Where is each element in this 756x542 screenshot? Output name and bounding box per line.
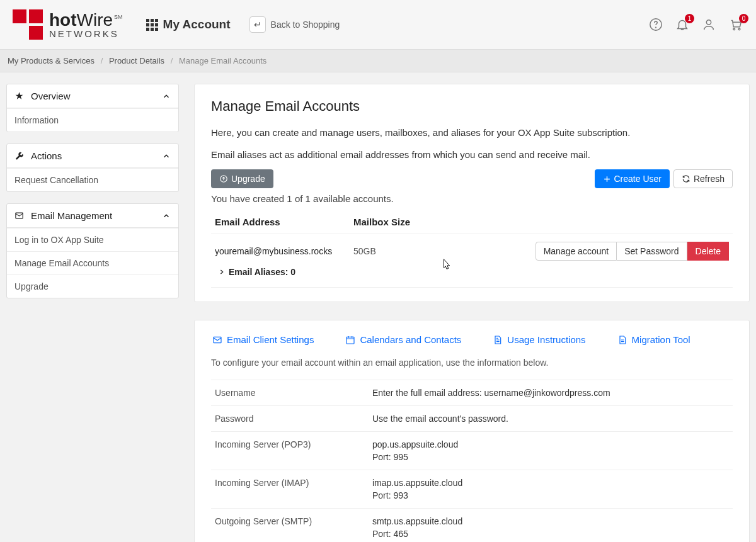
chevron-up-icon [162,152,171,161]
calendar-icon [345,335,355,345]
cart-icon[interactable]: 0 [728,18,743,31]
page-title: Manage Email Accounts [211,98,733,115]
create-user-button[interactable]: Create User [595,169,670,188]
accounts-table: Email Address Mailbox Size youremail@myb… [211,210,733,288]
back-arrow-icon[interactable]: ↵ [249,16,266,33]
svg-point-3 [733,28,735,30]
main-content: Manage Email Accounts Here, you can crea… [194,84,750,542]
my-account-label: My Account [163,18,231,31]
settings-desc: To configure your email account within a… [211,356,733,370]
col-email: Email Address [215,217,353,227]
breadcrumb-products[interactable]: My Products & Services [8,56,94,65]
document-icon [617,335,627,345]
aliases-label: Email Aliases: 0 [229,267,295,277]
settings-tabs: Email Client Settings Calendars and Cont… [211,334,733,354]
create-user-label: Create User [614,174,662,184]
envelope-icon [14,211,26,220]
tab-migration[interactable]: Migration Tool [617,334,690,345]
row-size: 50GB [353,246,536,256]
sidebar-item-upgrade[interactable]: Upgrade [7,274,178,298]
notifications-icon[interactable]: 1 [675,18,689,31]
header: hotWireSM NETWORKS My Account ↵ Back to … [0,0,756,49]
settings-label: Incoming Server (IMAP) [215,478,372,500]
logo-icon [13,9,43,40]
document-icon [493,335,503,345]
logo-sm: SM [114,14,123,20]
settings-table: Username Enter the full email address: u… [211,380,733,542]
email-aliases-toggle[interactable]: Email Aliases: 0 [215,267,729,277]
svg-point-2 [706,20,711,25]
sidebar-item-information[interactable]: Information [7,108,178,132]
panel-actions-title: Actions [31,150,62,161]
panel-actions-header[interactable]: Actions [7,144,178,168]
refresh-icon [682,174,690,183]
settings-label: Incoming Server (POP3) [215,439,372,462]
cursor-icon [440,257,454,272]
intro-text-2: Email aliases act as additional email ad… [211,148,733,162]
panel-actions: Actions Request Cancellation [6,144,179,192]
settings-value: smtp.us.appsuite.cloudPort: 465 [372,516,729,539]
settings-row-imap: Incoming Server (IMAP) imap.us.appsuite.… [211,470,733,508]
settings-row-smtp: Outgoing Server (SMTP) smtp.us.appsuite.… [211,508,733,542]
panel-overview-title: Overview [31,91,71,101]
sidebar-item-cancel[interactable]: Request Cancellation [7,168,178,191]
chevron-up-icon [162,212,171,220]
back-to-shopping-label: Back to Shopping [271,20,340,30]
settings-value: pop.us.appsuite.cloudPort: 995 [372,439,729,462]
tab-calendars[interactable]: Calendars and Contacts [345,334,461,345]
table-row: youremail@mybusiness.rocks 50GB Manage a… [211,234,733,288]
cart-badge: 0 [739,14,748,23]
manage-email-card: Manage Email Accounts Here, you can crea… [194,84,750,302]
upgrade-icon [219,174,228,183]
breadcrumb: My Products & Services / Product Details… [0,49,756,72]
star-icon [14,91,26,101]
logo-text-hot: hot [49,10,77,30]
envelope-icon [212,335,222,345]
sidebar: Overview Information Actions Request Can… [6,84,179,310]
wrench-icon [14,151,26,161]
tab-migration-label: Migration Tool [632,334,690,345]
panel-email: Email Management Log in to OX App Suite … [6,203,179,298]
tab-usage-label: Usage Instructions [507,334,585,345]
my-account-link[interactable]: My Account [146,18,231,31]
panel-overview-header[interactable]: Overview [7,84,178,108]
sidebar-item-login-ox[interactable]: Log in to OX App Suite [7,228,178,251]
svg-rect-8 [346,337,354,344]
logo-subtitle: NETWORKS [49,29,123,38]
settings-card: Email Client Settings Calendars and Cont… [194,320,750,542]
row-email: youremail@mybusiness.rocks [215,246,353,256]
logo-text-wire: Wire [77,10,113,30]
tab-email-client[interactable]: Email Client Settings [212,334,314,345]
tab-calendars-label: Calendars and Contacts [360,334,461,345]
set-password-button[interactable]: Set Password [617,242,687,261]
breadcrumb-current: Manage Email Accounts [179,56,266,65]
settings-value: Use the email account's password. [372,414,729,424]
refresh-button[interactable]: Refresh [673,169,733,188]
notifications-badge: 1 [685,14,694,23]
panel-email-title: Email Management [31,210,112,221]
help-icon[interactable] [649,18,663,31]
breadcrumb-details[interactable]: Product Details [109,56,164,65]
settings-label: Username [215,388,372,398]
chevron-up-icon [162,92,171,101]
apps-grid-icon [146,19,158,31]
settings-row-password: Password Use the email account's passwor… [211,405,733,431]
manage-account-button[interactable]: Manage account [536,242,617,261]
chevron-right-icon [219,269,225,275]
settings-label: Outgoing Server (SMTP) [215,516,372,539]
svg-point-4 [738,28,740,30]
panel-email-header[interactable]: Email Management [7,204,178,228]
upgrade-button[interactable]: Upgrade [211,169,273,188]
tab-usage[interactable]: Usage Instructions [493,334,585,345]
back-to-shopping[interactable]: ↵ Back to Shopping [249,16,340,33]
delete-button[interactable]: Delete [687,242,729,261]
user-icon[interactable] [702,18,716,31]
refresh-label: Refresh [694,174,724,184]
plus-icon [603,175,611,183]
logo[interactable]: hotWireSM NETWORKS [13,9,123,40]
settings-value: Enter the full email address: username@j… [372,388,729,398]
upgrade-button-label: Upgrade [231,174,265,184]
col-size: Mailbox Size [353,217,729,227]
sidebar-item-manage-email[interactable]: Manage Email Accounts [7,251,178,274]
settings-label: Password [215,414,372,424]
